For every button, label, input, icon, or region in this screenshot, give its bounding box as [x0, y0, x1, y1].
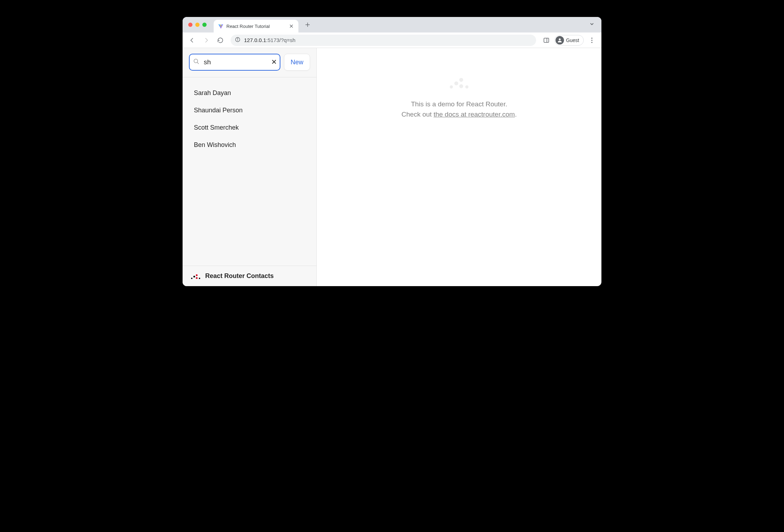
svg-point-18 [194, 276, 195, 277]
tabs-dropdown-button[interactable] [589, 22, 594, 28]
docs-link[interactable]: the docs at reactrouter.com [434, 111, 515, 118]
address-bar[interactable]: 127.0.0.1:5173/?q=sh [231, 35, 536, 46]
svg-point-11 [591, 40, 592, 41]
site-info-icon[interactable] [235, 37, 240, 44]
forward-button[interactable] [200, 34, 212, 46]
contacts-list: Sarah Dayan Shaundai Person Scott Smerch… [183, 77, 316, 266]
svg-point-19 [196, 274, 198, 276]
react-router-logo-icon [190, 273, 201, 280]
url-text: 127.0.0.1:5173/?q=sh [244, 37, 296, 43]
svg-rect-7 [544, 38, 549, 42]
svg-point-20 [196, 277, 198, 279]
vite-favicon-icon [218, 23, 224, 29]
contact-item[interactable]: Scott Smerchek [185, 119, 314, 136]
search-field-wrapper [189, 54, 280, 71]
sidebar-footer: React Router Contacts [183, 266, 316, 286]
side-panel-button[interactable] [540, 34, 552, 46]
clear-search-button[interactable] [272, 59, 276, 65]
guest-avatar-icon [556, 36, 564, 45]
tab-bar: React Router Tutorial [183, 17, 601, 32]
detail-panel: This is a demo for React Router. Check o… [317, 48, 601, 286]
browser-window: React Router Tutorial 127.0.0.1 [183, 17, 601, 286]
sidebar-header: New [183, 48, 316, 77]
app-root: New Sarah Dayan Shaundai Person Scott Sm… [183, 48, 601, 286]
close-tab-button[interactable] [289, 23, 294, 29]
reload-button[interactable] [214, 34, 226, 46]
svg-point-9 [559, 38, 560, 40]
svg-point-26 [465, 85, 469, 89]
new-tab-button[interactable] [303, 20, 313, 30]
svg-point-23 [455, 82, 458, 85]
back-button[interactable] [186, 34, 198, 46]
profile-button[interactable]: Guest [554, 35, 584, 46]
profile-label: Guest [566, 37, 579, 43]
svg-point-22 [450, 85, 453, 89]
contact-item[interactable]: Sarah Dayan [185, 84, 314, 102]
detail-description: This is a demo for React Router. Check o… [402, 99, 517, 120]
browser-tab[interactable]: React Router Tutorial [214, 20, 298, 32]
sidebar: New Sarah Dayan Shaundai Person Scott Sm… [183, 48, 317, 286]
svg-point-12 [591, 42, 592, 43]
contact-item[interactable]: Ben Wishovich [185, 136, 314, 154]
close-window-button[interactable] [188, 23, 192, 27]
browser-toolbar: 127.0.0.1:5173/?q=sh Guest [183, 32, 601, 48]
react-router-watermark-icon [448, 75, 470, 91]
new-contact-button[interactable]: New [284, 54, 310, 71]
tab-title: React Router Tutorial [226, 24, 286, 29]
svg-point-6 [237, 38, 238, 39]
maximize-window-button[interactable] [202, 23, 207, 27]
contact-item[interactable]: Shaundai Person [185, 102, 314, 119]
window-controls [188, 23, 207, 27]
svg-point-24 [459, 78, 463, 82]
search-input[interactable] [189, 54, 280, 71]
svg-point-21 [199, 278, 200, 279]
svg-point-17 [191, 278, 192, 279]
svg-point-25 [459, 84, 463, 88]
app-title: React Router Contacts [205, 272, 274, 280]
browser-menu-button[interactable] [586, 34, 598, 46]
minimize-window-button[interactable] [195, 23, 200, 27]
svg-point-10 [591, 37, 592, 39]
